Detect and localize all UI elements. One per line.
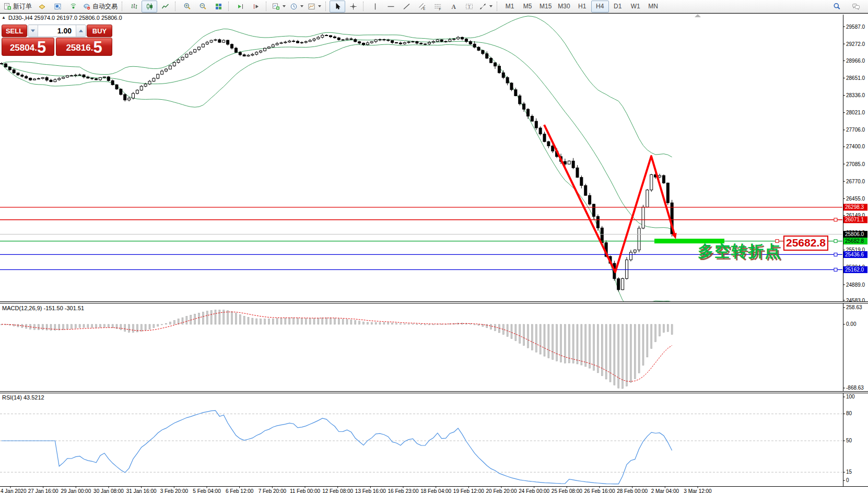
tf-m5[interactable]: M5: [519, 1, 536, 13]
layouts-button[interactable]: [34, 1, 50, 13]
signals-icon: [69, 3, 77, 10]
zoom-out-button[interactable]: [195, 1, 210, 13]
x-axis-label: 18 Feb 04:00: [420, 488, 451, 493]
svg-text:26071.1: 26071.1: [845, 217, 864, 222]
tf-h4-label: H4: [596, 3, 604, 10]
price-callout[interactable]: 25682.8: [783, 236, 828, 251]
one-click-collapse-icon[interactable]: ▲: [2, 15, 6, 20]
auto-scroll-icon: [237, 3, 244, 10]
zoom-in-button[interactable]: [179, 1, 195, 13]
y-axis-tick: 26455.0: [846, 196, 865, 202]
svg-text:E: E: [423, 7, 426, 10]
tf-m5-label: M5: [523, 3, 532, 10]
toolbar-separator: [325, 2, 328, 11]
dropdown-caret-icon: [489, 5, 492, 7]
candles: [1, 34, 674, 292]
tf-w1[interactable]: W1: [627, 1, 644, 13]
tf-m15[interactable]: M15: [536, 1, 555, 13]
tf-h4[interactable]: H4: [591, 1, 609, 13]
shapes-icon: [479, 3, 487, 10]
horizontal-line-button[interactable]: [383, 1, 398, 13]
chat-button[interactable]: [848, 1, 863, 13]
new-order-button[interactable]: 新订单: [2, 1, 34, 13]
line-chart-button[interactable]: [157, 1, 173, 13]
x-axis-label: 13 Feb 16:00: [355, 488, 386, 493]
label-icon: T: [465, 3, 473, 10]
trendline-icon: [403, 3, 410, 10]
x-axis-label: 2 Mar 04:00: [651, 488, 679, 493]
sell-price-button[interactable]: 25804. 5: [2, 38, 54, 56]
sell-price-main: 25804.: [10, 43, 37, 55]
search-button[interactable]: [829, 1, 844, 13]
x-axis-label: 27 Jan 16:00: [28, 488, 58, 493]
indicators-icon: [272, 3, 280, 10]
line-handle[interactable]: [834, 218, 837, 221]
candlestick-chart-button[interactable]: [142, 1, 157, 13]
new-order-button-label: 新订单: [13, 2, 32, 11]
cursor-button[interactable]: [330, 1, 345, 13]
navigator-button[interactable]: [50, 1, 65, 13]
tile-windows-button[interactable]: [210, 1, 226, 13]
text-button[interactable]: A: [445, 1, 461, 13]
vertical-line-button[interactable]: [367, 1, 383, 13]
pane-splitter-rsi[interactable]: [0, 391, 868, 393]
chart-window: 29587.029272.028966.028651.028336.028021…: [0, 13, 868, 493]
toolbar-separator: [175, 2, 178, 11]
channel-icon: E: [418, 3, 426, 10]
x-axis-label: 11 Feb 00:00: [290, 488, 321, 493]
trend-zigzag-arrow[interactable]: [544, 125, 675, 272]
tf-mn[interactable]: MN: [644, 1, 662, 13]
templates-button[interactable]: [306, 1, 323, 13]
tf-mn-label: MN: [648, 3, 658, 10]
macd-pane: [1, 310, 673, 389]
tf-h1[interactable]: H1: [573, 1, 591, 13]
pane-splitter-macd[interactable]: [0, 301, 868, 303]
line-handle[interactable]: [834, 268, 837, 271]
tf-d1[interactable]: D1: [609, 1, 627, 13]
signals-button[interactable]: [65, 1, 81, 13]
crosshair-button[interactable]: [345, 1, 361, 13]
indicators-button[interactable]: [270, 1, 288, 13]
y-axis-tick: 27085.0: [846, 161, 865, 167]
y-axis-tick: 27706.0: [846, 127, 865, 133]
text-label-button[interactable]: T: [461, 1, 477, 13]
rsi-scale-label: 100: [846, 394, 855, 400]
fibonacci-button[interactable]: F: [430, 1, 445, 13]
y-axis-tick: 28966.0: [846, 58, 865, 64]
line-handle[interactable]: [834, 253, 837, 256]
chart-shift-button[interactable]: [248, 1, 264, 13]
volume-decrease-button[interactable]: [28, 25, 38, 37]
x-axis-label: 28 Feb 00:00: [617, 488, 648, 493]
tf-m30[interactable]: M30: [555, 1, 573, 13]
search-icon: [833, 3, 841, 10]
sell-button[interactable]: SELL: [2, 25, 27, 37]
trendline-button[interactable]: [398, 1, 414, 13]
collapse-tab-icon[interactable]: [695, 14, 701, 17]
bar-chart-button[interactable]: [126, 1, 142, 13]
buy-price-button[interactable]: 25816. 5: [56, 38, 112, 56]
tf-m1[interactable]: M1: [501, 1, 519, 13]
new-order-icon: [4, 3, 11, 10]
buy-button[interactable]: BUY: [87, 25, 112, 37]
arrows-button[interactable]: [477, 1, 495, 13]
macd-scale-label: 0.00: [846, 321, 857, 327]
x-axis-label: 26 Feb 16:00: [584, 488, 615, 493]
candles-chart-icon: [146, 3, 154, 10]
periods-button[interactable]: [288, 1, 306, 13]
line-handle[interactable]: [834, 240, 837, 243]
volume-increase-button[interactable]: [76, 25, 86, 37]
mt4-window: 新订单自动交易EFATM1M5M15M30H1H4D1W1MN 29587.02…: [0, 0, 868, 493]
auto-trading-button[interactable]: 自动交易: [81, 1, 120, 13]
one-click-trading-panel: SELL BUY 25804. 5 25816. 5: [2, 25, 112, 56]
rsi-scale-label: 0: [846, 477, 849, 483]
x-axis-label: 29 Jan 00:00: [61, 488, 91, 493]
auto-trading-button-label: 自动交易: [92, 2, 118, 11]
auto-scroll-button[interactable]: [232, 1, 248, 13]
volume-input[interactable]: [38, 25, 76, 37]
tile-windows-icon: [215, 3, 222, 10]
toolbar-separator: [266, 2, 268, 11]
turning-point-note[interactable]: 多空转折点: [698, 241, 781, 262]
x-axis-label: 30 Jan 08:00: [93, 488, 124, 493]
channel-button[interactable]: E: [414, 1, 430, 13]
svg-text:25162.0: 25162.0: [845, 267, 864, 273]
